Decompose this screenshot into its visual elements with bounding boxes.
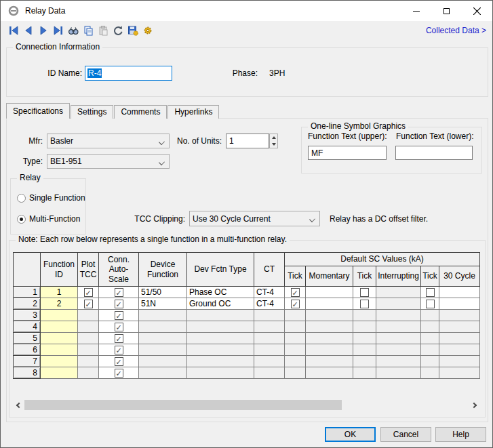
tick-m-cell: ✓ [285,298,306,310]
function-id-cell[interactable] [41,333,78,344]
tab-comments[interactable]: Comments [114,105,167,119]
auto-scale-cell: ✓ [99,333,139,344]
dev-fctn-type-cell[interactable]: Ground OC [187,298,254,310]
checkbox[interactable] [360,300,369,308]
tab-specifications[interactable]: Specifications [6,103,70,119]
col-tick-interrupting: Tick [353,266,376,287]
momentary-cell [306,367,353,379]
id-name-input[interactable]: R-4 [85,66,172,81]
cancel-button[interactable]: Cancel [380,427,431,442]
options-gear-icon[interactable] [140,24,155,37]
spin-up-icon[interactable] [270,134,277,141]
checkbox[interactable]: ✓ [84,300,93,308]
find-icon[interactable] [66,24,80,37]
checkbox[interactable] [360,288,369,297]
tick-i-cell [353,333,376,344]
row-header[interactable]: 3 [14,310,41,321]
col-tick-momentary: Tick [285,266,306,287]
device-function-cell[interactable]: 51N [139,298,187,310]
table-row: 8✓ [14,367,480,379]
checkbox[interactable]: ✓ [115,311,123,320]
ok-button[interactable]: OK [325,427,376,442]
function-id-cell[interactable]: 1 [41,287,78,298]
cycle-30-cell [439,344,480,356]
device-function-cell[interactable]: 51/50 [139,287,187,298]
checkbox[interactable]: ✓ [115,300,123,308]
paste-icon[interactable] [96,24,110,37]
checkbox[interactable]: ✓ [291,288,300,297]
auto-scale-cell: ✓ [99,287,139,298]
ct-cell[interactable]: CT-4 [254,287,285,298]
checkbox[interactable] [426,288,435,297]
minimize-button[interactable] [401,1,431,21]
row-header[interactable]: 7 [14,356,41,367]
tab-hyperlinks[interactable]: Hyperlinks [167,105,219,119]
dev-fctn-type-cell[interactable]: Phase OC [187,287,254,298]
first-record-icon[interactable] [6,24,20,37]
scrollbar-thumb[interactable] [24,400,342,410]
last-record-icon[interactable] [51,24,65,37]
row-header[interactable]: 5 [14,333,41,344]
momentary-cell [306,333,353,344]
auto-scale-cell: ✓ [99,367,139,379]
row-header[interactable]: 1 [14,287,41,298]
maximize-icon [443,8,450,14]
function-id-cell[interactable] [41,356,78,367]
row-header[interactable]: 2 [14,298,41,310]
function-text-upper-input[interactable]: MF [308,146,387,160]
collected-data-link[interactable]: Collected Data > [426,21,486,40]
col-plot-tcc: Plot TCC [78,253,99,287]
checkbox[interactable]: ✓ [115,369,123,378]
units-spinner[interactable] [269,134,278,148]
function-id-cell[interactable] [41,367,78,379]
spin-down-icon[interactable] [270,141,277,148]
checkbox[interactable]: ✓ [115,334,123,343]
cycle-30-cell[interactable] [439,287,480,298]
checkbox[interactable]: ✓ [291,300,300,308]
cycle-30-cell[interactable] [439,298,480,310]
next-record-icon[interactable] [36,24,50,37]
checkbox[interactable]: ✓ [115,357,123,366]
momentary-cell[interactable] [306,298,353,310]
multi-function-label: Multi-Function [29,214,80,224]
function-id-cell[interactable]: 2 [41,298,78,310]
function-id-cell[interactable] [41,321,78,333]
tcc-clipping-dropdown[interactable]: Use 30 Cycle Current [189,211,320,226]
units-input[interactable]: 1 [226,134,269,148]
mfr-dropdown[interactable]: Basler [47,134,170,148]
tick-30-cell [421,298,439,310]
scroll-right-icon[interactable] [468,399,479,411]
function-id-cell[interactable] [41,344,78,356]
ct-cell[interactable]: CT-4 [254,298,285,310]
copy-icon[interactable] [81,24,95,37]
interrupting-cell [376,367,421,379]
maximize-button[interactable] [431,1,462,21]
tab-settings[interactable]: Settings [71,105,113,119]
function-text-lower-input[interactable] [395,146,473,160]
tcc-clipping-value: Use 30 Cycle Current [193,214,271,224]
momentary-cell[interactable] [306,287,353,298]
help-button[interactable]: Help [435,427,486,442]
previous-record-icon[interactable] [21,24,35,37]
checkbox[interactable]: ✓ [115,323,123,331]
row-header[interactable]: 4 [14,321,41,333]
single-function-radio[interactable]: Single Function [17,192,85,203]
scroll-left-icon[interactable] [13,399,24,411]
device-function-cell [139,321,187,333]
row-header[interactable]: 8 [14,367,41,379]
checkbox[interactable] [426,300,435,308]
row-header[interactable]: 6 [14,344,41,356]
type-dropdown[interactable]: BE1-951 [47,154,170,169]
refresh-icon[interactable] [111,24,125,37]
checkbox[interactable]: ✓ [115,288,123,297]
tcc-clipping-label: TCC Clipping: [131,211,185,226]
multi-function-radio[interactable]: Multi-Function [17,213,80,224]
checkbox[interactable]: ✓ [115,346,123,354]
horizontal-scrollbar[interactable] [13,399,479,411]
close-button[interactable] [462,1,492,21]
function-id-cell[interactable] [41,310,78,321]
save-options-icon[interactable] [125,24,140,37]
tick-30-cell [421,333,439,344]
auto-scale-cell: ✓ [99,344,139,356]
checkbox[interactable]: ✓ [84,288,93,297]
